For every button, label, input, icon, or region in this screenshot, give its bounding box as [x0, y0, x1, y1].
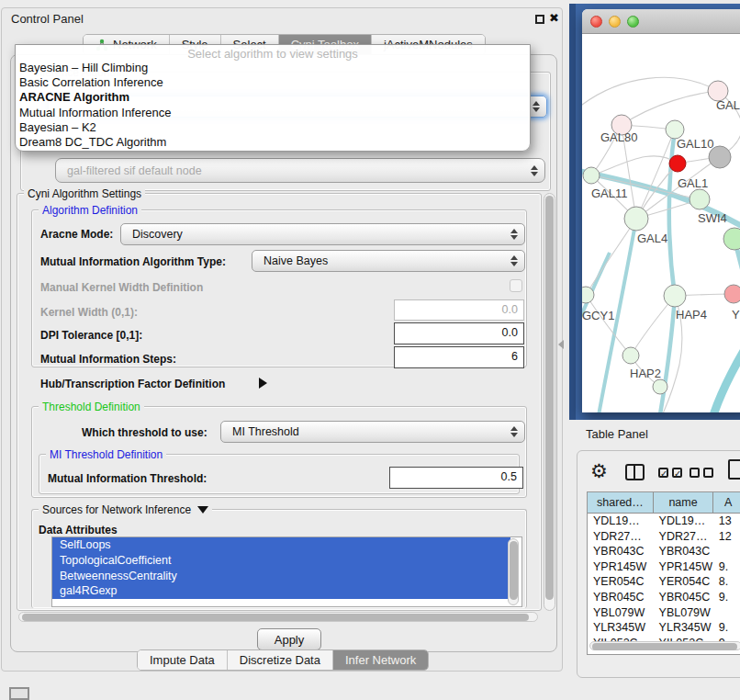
node-circle — [624, 207, 648, 231]
mi-type-label: Mutual Information Algorithm Type: — [40, 255, 226, 268]
splitter-collapse-icon[interactable] — [558, 340, 564, 349]
mi-type-value: Naive Bayes — [263, 254, 328, 267]
table-horizontal-scrollbar[interactable] — [589, 641, 740, 650]
node-table[interactable]: shared… name A YDL19…YDL19…13 YDR27…YDR2… — [587, 491, 740, 655]
tab-discretize-data[interactable]: Discretize Data — [228, 650, 333, 670]
node-label: GAL — [716, 98, 740, 112]
node-label: GAL1 — [678, 176, 708, 190]
list-item[interactable]: SelfLoops — [52, 537, 510, 553]
close-traffic-light-icon[interactable] — [590, 16, 602, 28]
dropdown-item[interactable]: Dream8 DC_TDC Algorithm — [16, 135, 530, 150]
network-select-combobox[interactable]: gal-filtered sif default node — [55, 158, 545, 183]
network-window-titlebar[interactable] — [582, 9, 740, 34]
minimized-window-icon[interactable] — [9, 687, 29, 700]
table-row[interactable]: YDR27…YDR27…12 — [588, 529, 740, 545]
mi-steps-field[interactable]: 6 — [394, 346, 524, 368]
tab-infer-network[interactable]: Infer Network — [333, 650, 428, 670]
dpi-tolerance-field[interactable]: 0.0 — [394, 322, 524, 344]
node-label: GAL11 — [591, 186, 628, 200]
zoom-traffic-light-icon[interactable] — [627, 16, 639, 28]
node-circle — [666, 120, 684, 139]
sources-legend: Sources for Network Inference — [39, 503, 212, 516]
node-label: SWI4 — [698, 211, 727, 225]
mi-threshold-legend: MI Threshold Definition — [46, 448, 166, 461]
column-header[interactable]: shared… — [588, 492, 654, 513]
close-icon[interactable]: ✖ — [549, 11, 559, 25]
mi-threshold-label: Mutual Information Threshold: — [48, 472, 207, 485]
table-row[interactable]: YPR145WYPR145W9. — [588, 559, 740, 575]
dropdown-item[interactable]: Bayesian – K2 — [16, 120, 530, 135]
node-label: GAL4 — [637, 231, 667, 245]
collapse-arrow-icon[interactable] — [197, 506, 208, 514]
split-columns-icon[interactable] — [625, 464, 645, 480]
dropdown-item[interactable]: Bayesian – Hill Climbing — [16, 61, 530, 75]
mi-threshold-field[interactable]: 0.5 — [389, 467, 523, 489]
node-label: GCY1 — [582, 309, 614, 322]
gear-icon[interactable]: ⚙ — [590, 461, 608, 480]
bottom-tab-bar: Impute Data Discretize Data Infer Networ… — [137, 649, 429, 671]
select-all-checkbox-icon[interactable]: ✓ — [672, 468, 682, 478]
deselect-all-checkbox-icon[interactable] — [703, 468, 713, 478]
column-header[interactable]: A — [713, 492, 740, 513]
algorithm-dropdown-popup: Select algorithm to view settings Bayesi… — [15, 44, 531, 152]
threshold-definition-legend: Threshold Definition — [39, 401, 144, 413]
node-circle — [664, 285, 686, 307]
tab-impute-data[interactable]: Impute Data — [138, 650, 228, 670]
float-window-icon[interactable] — [535, 15, 544, 24]
network-view-window[interactable]: GAL GAL80 GAL10 GAL1 SWI4 GAL11 GAL4 GCY… — [582, 9, 740, 412]
attributes-vertical-scrollbar[interactable] — [508, 538, 519, 605]
node-label: GAL80 — [600, 130, 637, 144]
which-threshold-combobox[interactable]: MI Threshold — [220, 421, 525, 443]
minimize-traffic-light-icon[interactable] — [609, 16, 621, 28]
which-threshold-value: MI Threshold — [232, 425, 299, 438]
combo-arrows-icon — [510, 229, 518, 240]
new-table-icon[interactable] — [728, 459, 740, 480]
table-row[interactable]: YER054CYER054C8. — [588, 574, 740, 590]
expand-arrow-icon[interactable] — [259, 378, 267, 389]
table-row[interactable]: YDL19…YDL19…13 — [588, 514, 740, 529]
node-circle — [690, 189, 710, 209]
list-item[interactable]: gal4RGexp — [52, 583, 510, 599]
mi-steps-label: Mutual Information Steps: — [40, 353, 176, 366]
settings-vertical-scrollbar[interactable] — [544, 193, 555, 611]
kernel-width-field[interactable]: 0.0 — [394, 299, 524, 321]
manual-kernel-checkbox[interactable] — [510, 279, 522, 292]
combo-arrows-icon — [510, 255, 518, 266]
combo-arrows-icon — [510, 426, 518, 437]
settings-horizontal-scrollbar[interactable] — [18, 612, 538, 622]
table-row[interactable]: YBL079WYBL079W — [588, 605, 740, 621]
scrollbar-thumb[interactable] — [545, 196, 554, 600]
table-panel-title: Table Panel — [586, 427, 648, 441]
list-item[interactable]: BetweennessCentrality — [52, 569, 510, 584]
which-threshold-label: Which threshold to use: — [82, 426, 207, 439]
hub-definition-label: Hub/Transcription Factor Definition — [40, 378, 225, 390]
table-row[interactable]: YLR345WYLR345W9. — [588, 620, 740, 636]
apply-button[interactable]: Apply — [257, 628, 321, 650]
node-label: GAL10 — [677, 137, 713, 151]
manual-kernel-label: Manual Kernel Width Definition — [40, 281, 203, 294]
dropdown-item-selected[interactable]: ARACNE Algorithm — [16, 90, 530, 105]
aracne-mode-combobox[interactable]: Discovery — [120, 223, 525, 245]
combo-arrows-icon — [531, 165, 538, 176]
deselect-all-checkbox-icon[interactable] — [690, 468, 700, 478]
data-attributes-label: Data Attributes — [39, 524, 118, 536]
node-circle-red — [669, 155, 686, 172]
algorithm-definition-legend: Algorithm Definition — [39, 204, 141, 217]
node-circle — [653, 379, 667, 394]
aracne-mode-value: Discovery — [132, 228, 183, 241]
mi-type-combobox[interactable]: Naive Bayes — [252, 250, 525, 272]
table-row[interactable]: YBR045CYBR045C9. — [588, 590, 740, 605]
list-item[interactable]: TopologicalCoefficient — [52, 553, 510, 569]
dropdown-item[interactable]: Basic Correlation Inference — [16, 75, 530, 90]
column-header[interactable]: name — [654, 492, 713, 513]
node-circle — [723, 228, 740, 250]
select-all-checkbox-icon[interactable]: ✓ — [658, 468, 668, 478]
aracne-mode-label: Aracne Mode: — [40, 228, 113, 241]
network-canvas[interactable]: GAL GAL80 GAL10 GAL1 SWI4 GAL11 GAL4 GCY… — [582, 34, 740, 412]
dropdown-item[interactable]: Mutual Information Inference — [16, 106, 530, 120]
table-row[interactable]: YBR043CYBR043C — [588, 544, 740, 559]
table-header-row: shared… name A — [588, 492, 740, 514]
table-panel: ⚙ ✓ ✓ shared… name A YDL19…YDL19…13 YDR2… — [577, 450, 740, 678]
data-attributes-list[interactable]: SelfLoops TopologicalCoefficient Between… — [51, 536, 522, 607]
combo-arrows-icon — [533, 101, 540, 112]
